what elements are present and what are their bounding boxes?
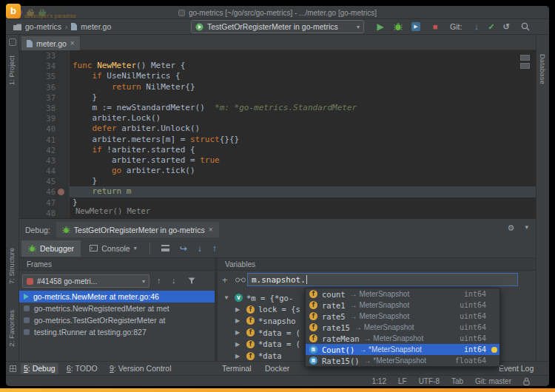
encoding[interactable]: UTF-8 [419,377,440,385]
code-token: arbiter.Unlock() [117,124,201,133]
stop-button[interactable]: ■ [429,21,441,33]
completion-item[interactable]: mRate15() → *MeterSnapshotfloat64 [306,355,500,366]
tab-console[interactable]: Console ▾ [83,240,144,257]
stripe-button-database[interactable]: Database [539,54,547,84]
editor-code-lines[interactable]: func NewMeter() Meter { if UseNilMetrics… [70,50,536,218]
breakpoint-icon[interactable] [58,189,64,195]
field-icon: f [246,340,255,348]
completion-type: → MeterSnapshot [350,290,410,298]
next-frame-button[interactable]: ↓ [172,276,176,285]
chevron-down-icon: ▾ [134,245,137,251]
stack-frame[interactable]: go-metrics.TestGetOrRegisterMeter at [19,314,215,326]
previous-frame-button[interactable]: ↑ [157,276,161,285]
line-number: 48 [19,208,69,218]
watermark-logo: b [6,4,21,18]
hide-panel-icon[interactable]: ▾ [525,223,528,233]
readonly-lock-icon[interactable] [523,377,530,385]
indent-style[interactable]: Tab [451,377,463,385]
search-everywhere-button[interactable] [519,21,531,33]
completion-item[interactable]: frateMean → MeterSnapshotuint64 [306,333,500,344]
completion-item[interactable]: frate15 → MeterSnapshotuint64 [306,322,500,333]
breadcrumb-file[interactable]: meter.go [81,22,111,31]
line-number: 39 [19,113,69,124]
toolwindow-button-terminal[interactable]: Terminal [219,363,255,374]
editor-gutter[interactable]: 33343536373839404142434445464748 [19,50,70,218]
line-number: 38 [19,103,69,113]
code-token: arbiter.tick() [121,166,195,175]
close-icon[interactable]: × [209,226,213,234]
stack-frame[interactable]: testing.tRunner at testing.go:827 [19,326,215,338]
run-button[interactable]: ▶ [374,21,386,33]
field-icon: f [246,317,255,325]
thread-selector[interactable]: #41458 go-metri... ▾ [22,274,149,288]
completion-item[interactable]: mCount() → *MeterSnapshotint64 [306,344,500,355]
stack-frame[interactable]: go-metrics.NewMeter at meter.go:46 [19,291,215,303]
code-token: } [73,197,78,207]
tree-toggle-icon[interactable]: ▶ [235,317,243,324]
navigation-bar: go-metrics › meter.go [13,19,111,34]
debug-button[interactable] [392,21,404,33]
toolwindow-button-debug[interactable]: 5: Debug [21,363,58,374]
run-configuration-select[interactable]: TestGetOrRegisterMeter in go-metrics ▾ [191,20,364,33]
toolwindow-button-docker[interactable]: Docker [262,363,292,374]
coverage-button[interactable]: ▶ [410,21,422,33]
search-icon [521,22,530,31]
git-commit-button[interactable]: ✓ [485,21,497,33]
git-branch[interactable]: Git: master [475,377,511,385]
completion-item[interactable]: fcount → MeterSnapshotint64 [306,288,500,300]
code-token: UseNilMetrics { [102,71,181,81]
screenshot-root: go-metrics [~/go/src/go-metrics] - .../m… [0,0,555,392]
tree-toggle-icon[interactable]: ▶ [235,306,243,313]
breadcrumb-project[interactable]: go-metrics [25,22,61,31]
filter-frames-button[interactable] [188,277,195,285]
completion-item[interactable]: frate5 → MeterSnapshotuint64 [306,311,500,322]
evaluate-expression-input[interactable]: m.snapshot. [247,273,518,286]
line-number: 41 [19,135,69,145]
variable-label: *data = ( [258,328,300,337]
variable-label: *snapsho [258,317,296,325]
folder-icon [13,24,21,30]
code-editor[interactable]: 33343536373839404142434445464748 func Ne… [19,50,536,218]
tree-toggle-icon[interactable]: ▶ [235,341,243,348]
tree-toggle-icon[interactable]: ▶ [235,353,243,359]
editor-tab-label: meter.go [36,39,67,48]
toolwindow-button-version-control[interactable]: 9: Version Control [107,363,174,374]
debug-session-tab[interactable]: TestGetOrRegisterMeter in go-metrics × [56,222,219,237]
step-over-icon[interactable]: ↪ [180,243,187,254]
frame-label: testing.tRunner at testing.go:827 [34,328,147,337]
code-line: if !arbiter.started { [70,145,536,155]
stripe-icon [9,38,16,46]
tree-toggle-icon[interactable]: ▶ [235,329,243,336]
editor-tab-meter-go[interactable]: meter.go × [21,36,81,50]
step-out-icon[interactable]: ↑ [212,243,217,254]
frames-list: go-metrics.NewMeter at meter.go:46go-met… [19,291,215,362]
debug-header: Debug: TestGetOrRegisterMeter in go-metr… [19,220,536,239]
line-ending[interactable]: LF [398,377,407,385]
stripe-button-project[interactable]: 1: Project [7,55,16,85]
add-watch-icon[interactable]: + [222,274,228,285]
step-into-icon[interactable]: ↓ [198,243,202,254]
tree-toggle-icon[interactable]: ▼ [223,294,231,301]
tab-debugger[interactable]: Debugger [21,240,81,257]
variable-label: *data = ( [258,339,300,348]
toolwindow-button-event-log[interactable]: Event Log [496,363,536,374]
breadcrumb-separator: › [65,23,67,31]
caret-position[interactable]: 1:12 [371,377,386,385]
stack-frame[interactable]: go-metrics.NewRegisteredMeter at met [19,303,215,314]
completion-name: Count() [322,345,354,354]
git-update-button[interactable]: ↓ [471,21,482,33]
completion-item[interactable]: frate1 → MeterSnapshotuint64 [306,300,500,311]
console-icon [90,245,98,251]
settings-gear-icon[interactable]: ⚙ [508,223,515,233]
code-token: if [92,71,102,81]
git-revert-button[interactable]: ↺ [500,21,512,33]
stripe-button-structure[interactable]: 7: Structure [7,248,16,284]
field-icon: f [246,305,255,314]
stripe-button-favorites[interactable]: 2: Favorites [7,310,16,347]
toolwindow-button-todo[interactable]: 6: TODO [64,363,101,374]
code-line: return NilMeter{} [70,82,536,92]
close-icon[interactable]: × [70,39,75,47]
tool-window-switcher-icon[interactable] [10,365,16,372]
completion-return-type: uint64 [460,323,486,331]
restore-layout-icon[interactable] [161,245,169,251]
